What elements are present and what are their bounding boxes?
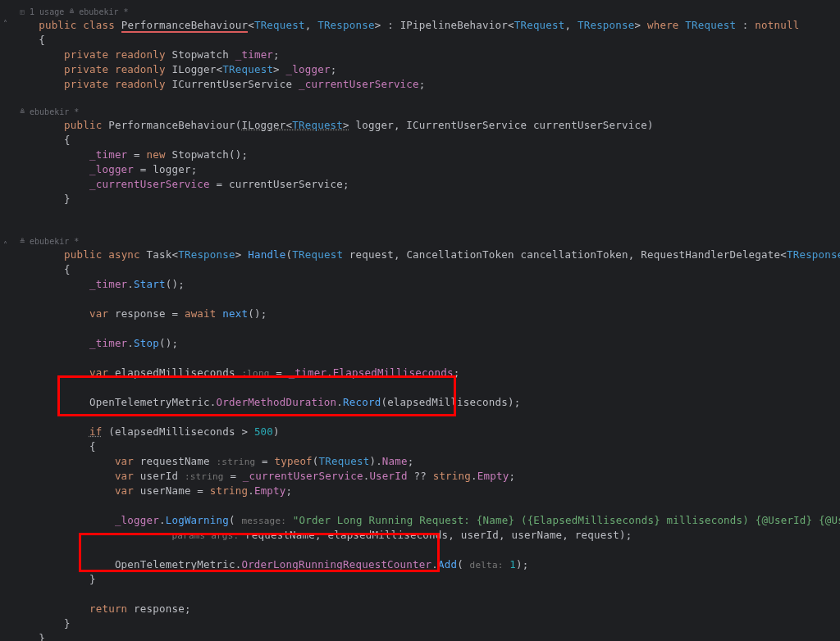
code-line bbox=[0, 221, 840, 236]
fold-caret-icon[interactable]: ˄ bbox=[3, 239, 7, 251]
code-line bbox=[0, 380, 840, 395]
fold-caret-icon[interactable]: ˄ bbox=[3, 18, 7, 30]
code-line: _timer.Start(); bbox=[0, 277, 840, 292]
code-line: { bbox=[0, 133, 840, 148]
code-line: _logger = logger; bbox=[0, 162, 840, 177]
code-line: { bbox=[0, 33, 840, 48]
code-line: OpenTelemetryMetric.OrderMethodDuration.… bbox=[0, 395, 840, 410]
code-lens[interactable]: ≗ ebubekir * bbox=[0, 107, 840, 118]
code-line: params args: requestName, elapsedMillise… bbox=[0, 528, 840, 543]
code-line: { bbox=[0, 262, 840, 277]
code-line: _logger.LogWarning( message: "Order Long… bbox=[0, 513, 840, 528]
author-label: ebubekir * bbox=[30, 237, 79, 246]
code-line bbox=[0, 351, 840, 366]
code-line bbox=[0, 92, 840, 107]
code-line: OpenTelemetryMetric.OrderLongRunningRequ… bbox=[0, 557, 840, 572]
code-line bbox=[0, 498, 840, 513]
code-line: var userName = string.Empty; bbox=[0, 484, 840, 498]
author-label: ebubekir * bbox=[30, 107, 79, 116]
author-icon: ≗ bbox=[20, 237, 25, 246]
usage-icon: ⊞ bbox=[20, 7, 25, 16]
code-editor[interactable]: ⊞ 1 usage ≗ ebubekir * public class Perf… bbox=[0, 7, 840, 641]
code-line bbox=[0, 321, 840, 336]
code-line: { bbox=[0, 439, 840, 454]
editor-gutter: ˄ ˄ bbox=[0, 0, 16, 641]
code-line: } bbox=[0, 616, 840, 631]
code-line: } bbox=[0, 631, 840, 641]
code-line: _currentUserService = currentUserService… bbox=[0, 177, 840, 192]
author-label: ebubekir * bbox=[79, 7, 128, 16]
code-lens[interactable]: ≗ ebubekir * bbox=[0, 236, 840, 248]
usage-count: 1 usage bbox=[30, 7, 64, 16]
code-line: return response; bbox=[0, 602, 840, 616]
code-line bbox=[0, 543, 840, 557]
code-line: public async Task<TResponse> Handle(TReq… bbox=[0, 248, 840, 262]
code-line: var elapsedMilliseconds :long = _timer.E… bbox=[0, 366, 840, 380]
code-line bbox=[0, 410, 840, 425]
code-line: if (elapsedMilliseconds > 500) bbox=[0, 425, 840, 439]
code-line: var userId :string = _currentUserService… bbox=[0, 469, 840, 484]
code-line: private readonly ILogger<TRequest> _logg… bbox=[0, 62, 840, 77]
code-line: public class PerformanceBehaviour<TReque… bbox=[0, 18, 840, 33]
class-name: PerformanceBehaviour bbox=[121, 19, 249, 33]
code-lens[interactable]: ⊞ 1 usage ≗ ebubekir * bbox=[0, 7, 840, 18]
code-line: public PerformanceBehaviour(ILogger<TReq… bbox=[0, 118, 840, 133]
code-line: _timer = new Stopwatch(); bbox=[0, 148, 840, 162]
code-line: _timer.Stop(); bbox=[0, 336, 840, 351]
author-icon: ≗ bbox=[69, 7, 74, 16]
code-line: private readonly ICurrentUserService _cu… bbox=[0, 77, 840, 92]
code-line: var requestName :string = typeof(TReques… bbox=[0, 454, 840, 469]
code-line: } bbox=[0, 572, 840, 587]
code-line: private readonly Stopwatch _timer; bbox=[0, 48, 840, 62]
author-icon: ≗ bbox=[20, 107, 25, 116]
code-line: var response = await next(); bbox=[0, 307, 840, 321]
code-line bbox=[0, 587, 840, 602]
code-line bbox=[0, 207, 840, 221]
code-line: } bbox=[0, 192, 840, 207]
code-line bbox=[0, 292, 840, 307]
